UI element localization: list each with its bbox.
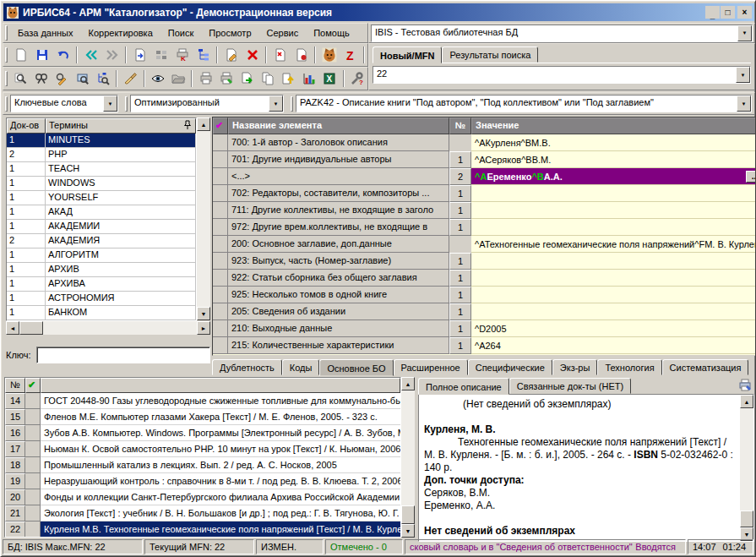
records-col-text[interactable] — [41, 378, 400, 393]
dict-row[interactable]: 1АРХИВ — [7, 263, 196, 277]
scroll-down-icon[interactable]: ▼ — [197, 307, 210, 320]
mode-arrow[interactable]: ▼ — [269, 96, 283, 112]
dict-row[interactable]: 1АКАДЕМИИ — [7, 220, 196, 234]
maximize-button[interactable]: □ — [721, 6, 735, 19]
send-button[interactable] — [278, 69, 298, 89]
dict-col-terms[interactable]: Термины — [46, 118, 196, 134]
prev-record-button[interactable] — [80, 46, 101, 65]
field-row[interactable]: 925: Несколько томов в одной книге1 — [213, 287, 756, 303]
tiles-button[interactable] — [150, 46, 171, 65]
menu-edit[interactable]: Корректировка — [81, 25, 160, 41]
export-button[interactable] — [237, 69, 257, 89]
tab-dublet[interactable]: Дублетность — [212, 359, 282, 375]
menu-service[interactable]: Сервис — [259, 25, 307, 41]
copy-button[interactable] — [258, 69, 278, 89]
toolbar-grip[interactable] — [5, 47, 8, 63]
tab-systematization[interactable]: Систематизация — [662, 359, 749, 375]
record-row[interactable]: 17Ньюман К. Освой самостоятельно PHP. 10… — [5, 441, 400, 457]
dictionary-vscroll[interactable]: ▲ ▼ — [197, 117, 210, 320]
tab-new-mfn[interactable]: Новый/MFN — [373, 46, 442, 63]
record-row[interactable]: 19Неразрушающий контроль : справочник в … — [5, 473, 400, 489]
undo-button[interactable] — [52, 46, 73, 65]
dict-row[interactable]: 1YOURSELF — [7, 191, 196, 205]
search-edit-button[interactable] — [52, 69, 72, 89]
new-document-button[interactable] — [10, 46, 31, 65]
dict-row[interactable]: 1MINUTES — [7, 134, 196, 148]
z-gate-button[interactable]: Z — [340, 46, 361, 65]
field-row[interactable]: 702: Редакторы, составители, композиторы… — [213, 185, 756, 202]
fields-col-num[interactable]: № — [449, 117, 471, 134]
record-row[interactable]: 15Фленов М.Е. Компьютер глазами Хакера [… — [5, 409, 400, 425]
field-row[interactable]: 711: Другие коллективы, не входящие в за… — [213, 202, 756, 219]
tab-full-description[interactable]: Полное описание — [418, 378, 509, 395]
dict-row[interactable]: 1АСТРОНОМИЯ — [7, 292, 196, 306]
toolbar-grip[interactable] — [291, 96, 293, 112]
tab-search-results[interactable]: Результаты поиска — [442, 46, 538, 63]
print-document-button[interactable] — [216, 69, 237, 89]
scroll-thumb[interactable] — [19, 321, 43, 335]
menu-help[interactable]: Помощь — [306, 25, 357, 41]
undelete-record-button[interactable] — [269, 46, 291, 65]
dict-row[interactable]: 1БАНКОМ — [7, 306, 196, 320]
dict-row[interactable]: 1TEACH — [7, 162, 196, 177]
settings-button[interactable]: ? — [347, 69, 367, 89]
scroll-down-icon[interactable]: ▼ — [401, 524, 415, 538]
next-record-button[interactable] — [101, 46, 122, 65]
field-row[interactable]: 701: Другие индивидуальные авторы1^АСеря… — [213, 151, 756, 168]
print-fragment-button[interactable]: K — [171, 46, 193, 65]
fields-col-name[interactable]: Название элемента — [228, 117, 449, 134]
search-view-button[interactable] — [72, 69, 92, 89]
scroll-right-icon[interactable]: ► — [197, 321, 210, 335]
field-editor-button[interactable]: ... — [746, 171, 756, 183]
search-button[interactable] — [10, 69, 30, 89]
field-row[interactable]: 922: Статьи сборника без общего заглавия… — [213, 270, 756, 287]
toolbar-grip[interactable] — [5, 71, 8, 86]
new-window-button[interactable] — [129, 46, 150, 65]
field-row[interactable]: <...>2^АЕременко^ВА.А.... — [213, 168, 756, 185]
fields-col-value[interactable]: Значение — [471, 117, 756, 134]
menu-search[interactable]: Поиск — [160, 25, 201, 41]
scroll-thumb[interactable] — [401, 505, 415, 524]
tab-codes[interactable]: Коды — [282, 359, 320, 375]
record-row[interactable]: 22Курленя М.В. Техногенные геомеханическ… — [5, 522, 400, 538]
field-row[interactable]: 200: Основное заглавие, доп.данные^АТехн… — [213, 236, 756, 253]
dictionary-hscroll[interactable]: ◄ ► — [6, 321, 210, 335]
worksheet-arrow[interactable]: ▼ — [737, 96, 751, 112]
dict-row[interactable]: 1АКАД — [7, 205, 196, 220]
scroll-left-icon[interactable]: ◄ — [6, 321, 19, 335]
search-tree-button[interactable] — [93, 69, 113, 89]
scroll-up-icon[interactable]: ▲ — [401, 377, 415, 390]
tab-extended[interactable]: Расширенное — [394, 359, 468, 375]
tab-main-bo[interactable]: Основное БО — [319, 359, 393, 376]
edit-record-button[interactable] — [220, 46, 242, 65]
tab-linked-docs[interactable]: Связанные док-ты (НЕТ) — [509, 378, 631, 394]
save-button[interactable] — [31, 46, 52, 65]
dict-row[interactable]: 2PHP — [7, 148, 196, 162]
scroll-up-icon[interactable]: ▲ — [197, 117, 210, 131]
key-input[interactable] — [36, 347, 210, 363]
excel-button[interactable]: X — [319, 69, 340, 89]
mfn-combo[interactable]: 22 ▼ — [373, 66, 751, 84]
database-combo-arrow[interactable]: ▼ — [737, 25, 752, 41]
mfn-combo-arrow[interactable]: ▼ — [736, 67, 750, 83]
check-icon[interactable]: ✔ — [25, 378, 41, 393]
menu-database[interactable]: База данных — [10, 25, 81, 41]
record-row[interactable]: 21Экология [Текст] : учебник / В. Н. Бол… — [5, 505, 400, 522]
statistics-button[interactable] — [299, 69, 319, 89]
hierarchy-button[interactable] — [193, 46, 214, 65]
open-folder-button[interactable] — [168, 69, 188, 89]
print-description-button[interactable] — [736, 377, 754, 394]
description-vscroll[interactable]: ▲ ▼ — [740, 395, 753, 541]
dict-row[interactable]: 2АКАДЕМИЯ — [7, 234, 196, 248]
record-row[interactable]: 16Зубов А.В. Компьютер. Windows. Програм… — [5, 425, 400, 441]
close-button[interactable]: × — [737, 6, 752, 19]
field-row[interactable]: 210: Выходные данные1^D2005 — [213, 320, 756, 337]
records-col-num[interactable]: № — [5, 378, 25, 393]
record-row[interactable]: 18Промышленный катализ в лекциях. Вып. 2… — [5, 457, 400, 473]
record-row[interactable]: 14ГОСТ 20448-90 Газы углеводородные сжиж… — [5, 393, 400, 409]
dict-row[interactable]: 1WINDOWS — [7, 177, 196, 191]
toolbar-grip[interactable] — [125, 96, 128, 112]
view-eye-button[interactable] — [148, 69, 168, 89]
mode-combo[interactable]: Оптимизированный ▼ — [130, 95, 284, 112]
tab-technology[interactable]: Технология — [597, 359, 661, 375]
